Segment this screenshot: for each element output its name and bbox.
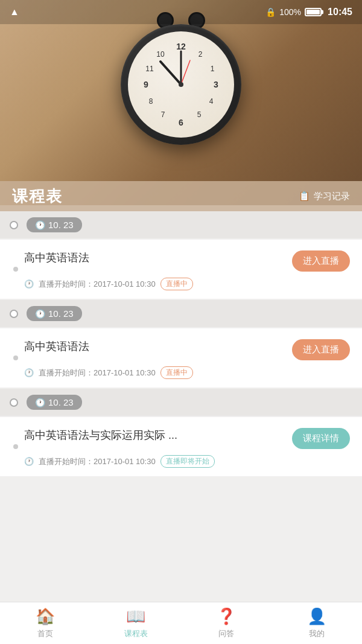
svg-text:11: 11 bbox=[145, 65, 154, 73]
date-row-3: 🕐 10. 23 bbox=[0, 389, 362, 416]
date-badge-1: 🕐 10. 23 bbox=[27, 217, 82, 232]
nav-item-home[interactable]: 🏠 首页 bbox=[0, 602, 91, 644]
date-row-1: 🕐 10. 23 bbox=[0, 211, 362, 238]
course-name-3: 高中英语语法与实际运用实际 ... bbox=[24, 428, 286, 442]
date-badge-2: 🕐 10. 23 bbox=[27, 306, 82, 321]
date-label-1: 10. 23 bbox=[48, 220, 74, 230]
timeline-section-2: 🕐 10. 23 高中英语语法 进入直播 🕐 直播开始时间：2017-10-01… bbox=[0, 300, 362, 387]
page-header: 课程表 📋 学习记录 bbox=[0, 181, 362, 211]
nav-label-qa: 问答 bbox=[218, 628, 234, 639]
svg-line-12 bbox=[160, 62, 181, 84]
clock-image: 12 6 9 3 2 1 4 5 10 11 8 7 bbox=[115, 24, 247, 157]
nav-label-schedule: 课程表 bbox=[124, 628, 148, 639]
battery-icon bbox=[305, 8, 322, 16]
course-header-1: 高中英语语法 进入直播 bbox=[24, 250, 350, 272]
svg-text:3: 3 bbox=[214, 80, 218, 89]
svg-text:10: 10 bbox=[156, 50, 165, 59]
course-meta-2: 🕐 直播开始时间：2017-10-01 10:30 直播中 bbox=[24, 366, 350, 379]
lock-icon: 🔒 bbox=[265, 7, 276, 17]
nav-label-home: 首页 bbox=[37, 628, 53, 639]
nav-item-schedule[interactable]: 📖 课程表 bbox=[91, 602, 181, 644]
course-name-1: 高中英语语法 bbox=[24, 250, 286, 265]
time-icon-3: 🕐 bbox=[24, 457, 34, 466]
svg-text:12: 12 bbox=[176, 42, 186, 51]
battery-percent: 100% bbox=[279, 7, 301, 17]
svg-text:2: 2 bbox=[198, 50, 203, 59]
live-badge-2: 直播中 bbox=[160, 366, 193, 379]
clock-time: 10:45 bbox=[328, 7, 352, 18]
wifi-icon: ▲ bbox=[10, 7, 19, 18]
detail-btn-3[interactable]: 课程详情 bbox=[292, 428, 350, 449]
svg-line-14 bbox=[181, 60, 190, 84]
schedule-icon: 📖 bbox=[126, 607, 145, 626]
time-icon-2: 🕐 bbox=[24, 368, 34, 377]
date-row-2: 🕐 10. 23 bbox=[0, 300, 362, 327]
profile-icon: 👤 bbox=[307, 607, 326, 626]
svg-point-15 bbox=[179, 82, 183, 87]
svg-text:6: 6 bbox=[179, 118, 183, 127]
course-meta-1: 🕐 直播开始时间：2017-10-01 10:30 直播中 bbox=[24, 278, 350, 290]
status-bar: ▲ 🔒 100% 10:45 bbox=[0, 0, 362, 24]
hero-banner: 12 6 9 3 2 1 4 5 10 11 8 7 bbox=[0, 0, 362, 205]
live-badge-1: 直播中 bbox=[160, 278, 193, 290]
course-item-2: 高中英语语法 进入直播 🕐 直播开始时间：2017-10-01 10:30 直播… bbox=[0, 328, 362, 387]
nav-label-profile: 我的 bbox=[309, 628, 325, 639]
clock-badge-icon-1: 🕐 bbox=[35, 220, 45, 230]
status-left: ▲ bbox=[10, 7, 19, 18]
bottom-nav: 🏠 首页 📖 课程表 ❓ 问答 👤 我的 bbox=[0, 602, 362, 644]
time-icon-1: 🕐 bbox=[24, 279, 34, 289]
enter-live-btn-2[interactable]: 进入直播 bbox=[292, 339, 350, 360]
course-list: 🕐 10. 23 高中英语语法 进入直播 🕐 直播开始时间：2017-10-01… bbox=[0, 211, 362, 602]
timeline-section-1: 🕐 10. 23 高中英语语法 进入直播 🕐 直播开始时间：2017-10-01… bbox=[0, 211, 362, 299]
course-meta-3: 🕐 直播开始时间：2017-10-01 10:30 直播即将开始 bbox=[24, 455, 350, 468]
course-item-3: 高中英语语法与实际运用实际 ... 课程详情 🕐 直播开始时间：2017-10-… bbox=[0, 417, 362, 476]
svg-text:1: 1 bbox=[211, 65, 215, 73]
page-title: 课程表 bbox=[12, 186, 63, 207]
date-badge-3: 🕐 10. 23 bbox=[27, 395, 82, 410]
course-header-2: 高中英语语法 进入直播 bbox=[24, 339, 350, 360]
svg-text:9: 9 bbox=[144, 80, 148, 89]
enter-live-btn-1[interactable]: 进入直播 bbox=[292, 250, 350, 272]
time-label-1: 直播开始时间：2017-10-01 10:30 bbox=[39, 279, 156, 290]
live-soon-badge-3: 直播即将开始 bbox=[160, 455, 215, 468]
course-item-1: 高中英语语法 进入直播 🕐 直播开始时间：2017-10-01 10:30 直播… bbox=[0, 240, 362, 299]
study-record-label: 学习记录 bbox=[314, 191, 350, 202]
time-label-3: 直播开始时间：2017-10-01 10:30 bbox=[39, 456, 156, 467]
nav-item-profile[interactable]: 👤 我的 bbox=[272, 602, 362, 644]
svg-text:8: 8 bbox=[149, 97, 153, 106]
clock-face-svg: 12 6 9 3 2 1 4 5 10 11 8 7 bbox=[133, 36, 229, 133]
time-label-2: 直播开始时间：2017-10-01 10:30 bbox=[39, 368, 156, 378]
clock-badge-icon-2: 🕐 bbox=[35, 309, 45, 319]
course-header-3: 高中英语语法与实际运用实际 ... 课程详情 bbox=[24, 428, 350, 449]
clock-badge-icon-3: 🕐 bbox=[35, 398, 45, 407]
home-icon: 🏠 bbox=[36, 607, 55, 626]
date-label-3: 10. 23 bbox=[48, 397, 74, 407]
timeline-section-3: 🕐 10. 23 高中英语语法与实际运用实际 ... 课程详情 🕐 直播开始时间… bbox=[0, 389, 362, 476]
svg-text:7: 7 bbox=[161, 110, 165, 119]
qa-icon: ❓ bbox=[217, 607, 236, 626]
record-icon: 📋 bbox=[299, 191, 310, 202]
nav-item-qa[interactable]: ❓ 问答 bbox=[181, 602, 272, 644]
svg-text:5: 5 bbox=[197, 110, 202, 119]
date-label-2: 10. 23 bbox=[48, 308, 74, 319]
status-right: 🔒 100% 10:45 bbox=[265, 7, 352, 18]
study-record-btn[interactable]: 📋 学习记录 bbox=[299, 191, 350, 202]
course-name-2: 高中英语语法 bbox=[24, 339, 286, 354]
svg-text:4: 4 bbox=[209, 97, 214, 106]
